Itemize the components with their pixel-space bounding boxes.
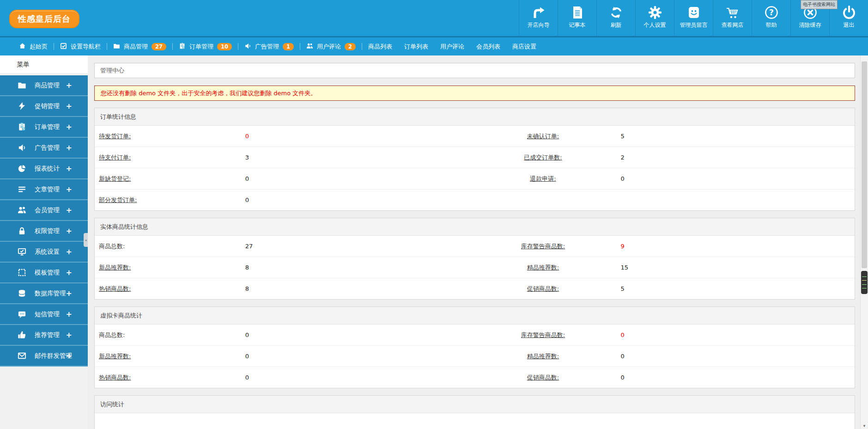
stat-value-cell: 8 [241,257,470,278]
sidebar-item[interactable]: 文章管理+ [0,179,88,200]
toolbar-button[interactable]: 记事本 [558,0,596,36]
sidebar-item-label: 系统设置 [35,248,60,256]
members-icon [18,206,27,214]
expand-plus-icon[interactable]: + [66,269,72,276]
stat-value-cell: 0 [241,126,470,147]
stats-row: 热销商品数:8促销商品数:5 [95,278,855,299]
checkbox-icon [60,43,71,51]
notepad-icon [570,4,585,21]
stat-label-cell: 精品推荐数: [470,257,616,278]
stat-label[interactable]: 已成交订单数: [524,154,562,161]
expand-plus-icon[interactable]: + [66,103,72,110]
nav-item[interactable]: 订单管理10 [173,37,238,55]
stat-value: 3 [245,154,249,161]
nav-item[interactable]: 商店设置 [506,37,542,55]
nav-item[interactable]: 订单列表 [398,37,434,55]
nav-item[interactable]: 商品列表 [362,37,398,55]
sidebar-collapse-handle[interactable]: ◂ [84,233,88,247]
sidebar-item[interactable]: 广告管理+ [0,138,88,159]
scrollbar-thumb[interactable] [862,61,867,268]
sidebar-item[interactable]: 数据库管理+ [0,283,88,304]
sidebar-item[interactable]: 模板管理+ [0,263,88,283]
nav-item[interactable]: 商品管理27 [107,37,172,55]
extension-tooltip: 电子书搜索网站 [801,0,838,9]
toolbar-button[interactable]: ?帮助 [752,0,790,36]
expand-plus-icon[interactable]: + [66,331,72,339]
help-icon: ? [764,4,779,21]
expand-plus-icon[interactable]: + [66,207,72,214]
database-icon [18,289,27,298]
stat-value: 27 [245,243,253,250]
nav-item[interactable]: 起始页 [13,37,54,55]
stat-label[interactable]: 部分发货订单: [99,196,137,203]
stat-label[interactable]: 新缺货登记: [99,175,131,182]
stat-label[interactable]: 精品推荐数: [527,353,559,360]
admin-message-icon [686,4,701,21]
sidebar-item[interactable]: 短信管理+ [0,304,88,325]
expand-plus-icon[interactable]: + [66,186,72,193]
stat-label-cell: 新品推荐数: [95,257,241,278]
toolbar-button[interactable]: 管理员留言 [674,0,713,36]
stat-value: 8 [245,285,249,292]
stat-label[interactable]: 未确认订单: [527,133,559,140]
expand-plus-icon[interactable]: + [66,123,72,131]
expand-plus-icon[interactable]: + [66,248,72,256]
expand-plus-icon[interactable]: + [66,227,72,235]
toolbar-button[interactable]: 刷新 [596,0,635,36]
stat-label[interactable]: 库存警告商品数: [521,243,565,250]
sidebar-item[interactable]: 推荐管理+ [0,325,88,346]
sidebar-item[interactable]: 系统设置+ [0,242,88,263]
stat-label[interactable]: 待支付订单: [99,154,131,161]
toolbar-button[interactable]: 开店向导 [519,0,558,36]
nav-item[interactable]: 会员列表 [470,37,506,55]
sidebar-item[interactable]: 会员管理+ [0,200,88,221]
nav-item[interactable]: 广告管理1 [238,37,300,55]
nav-item[interactable]: 设置导航栏 [54,37,107,55]
toolbar-button[interactable]: 查看网店 [713,0,752,36]
expand-plus-icon[interactable]: + [66,290,72,297]
nav-item[interactable]: 用户评论 [434,37,470,55]
expand-plus-icon[interactable]: + [66,311,72,318]
sidebar-item[interactable]: 报表统计+ [0,159,88,179]
wizard-arrow-icon [531,4,546,21]
stat-value-cell: 0 [241,325,470,345]
stat-label: 商品总数: [99,331,125,338]
stat-label[interactable]: 促销商品数: [527,374,559,381]
scrollbar-down-arrow[interactable]: ▾ [861,423,868,428]
toolbar-button-label: 查看网店 [722,21,744,29]
expand-plus-icon[interactable]: + [66,165,72,172]
stats-row: 新品推荐数:8精品推荐数:15 [95,257,855,278]
stat-label[interactable]: 库存警告商品数: [521,331,565,338]
stat-label[interactable]: 待发货订单: [99,133,131,140]
stat-value-cell: 0 [241,346,470,367]
stat-value-cell [616,190,855,210]
stat-value-cell: 8 [241,278,470,299]
sidebar-item[interactable]: 商品管理+ [0,75,88,96]
nav-item-label: 商品管理 [124,43,148,51]
stat-label[interactable]: 热销商品数: [99,374,131,381]
stat-label[interactable]: 精品推荐数: [527,264,559,271]
sidebar-item-label: 推荐管理 [35,331,60,339]
stat-label-cell: 热销商品数: [95,367,241,388]
section-empty-area [95,413,855,429]
stat-label[interactable]: 热销商品数: [99,285,131,292]
sidebar-item[interactable]: 促销管理+ [0,96,88,117]
page-scrollbar[interactable]: ▾ [860,55,868,429]
nav-item[interactable]: 用户评论2 [300,37,362,55]
stat-label[interactable]: 促销商品数: [527,285,559,292]
expand-plus-icon[interactable]: + [66,352,72,360]
sidebar-item[interactable]: 邮件群发管理+ [0,346,88,367]
stat-value: 0 [620,331,624,338]
expand-plus-icon[interactable]: + [66,82,72,89]
sidebar-item[interactable]: 订单管理+ [0,117,88,138]
sidebar-item-label: 短信管理 [35,310,60,319]
stat-label-cell: 未确认订单: [470,126,616,147]
sidebar-item[interactable]: 权限管理+ [0,221,88,242]
app-header: 性感皇后后台 开店向导记事本刷新个人设置管理员留言查看网店?帮助清除缓存退出 [0,0,868,37]
toolbar-button[interactable]: 个人设置 [635,0,674,36]
stat-label[interactable]: 退款申请: [530,175,556,182]
stat-label[interactable]: 新品推荐数: [99,353,131,360]
expand-plus-icon[interactable]: + [66,144,72,152]
stat-label[interactable]: 新品推荐数: [99,264,131,271]
stat-value: 0 [245,353,249,360]
